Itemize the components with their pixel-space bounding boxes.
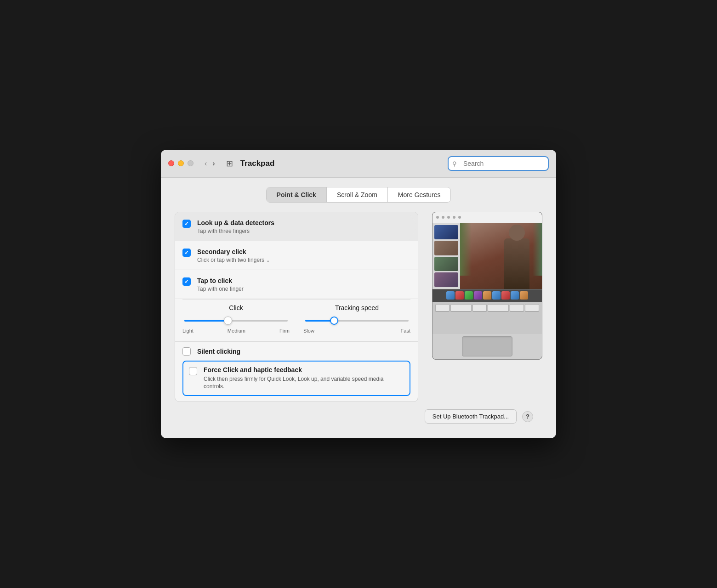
menu-dot-4: [453, 216, 455, 219]
content-area: Point & Click Scroll & Zoom More Gesture…: [161, 178, 556, 438]
nav-arrows: ‹ ›: [203, 158, 217, 169]
force-click-row: Force Click and haptic feedback Click th…: [189, 366, 404, 391]
tracking-speed-ticks: Slow Fast: [303, 328, 410, 334]
preview-photos: [432, 223, 542, 289]
preview-main-photo: [460, 223, 542, 289]
thumb-2: [434, 241, 458, 255]
dock-item-2: [455, 291, 464, 300]
key-command-right: [510, 304, 524, 311]
dock-item-6: [492, 291, 501, 300]
trackpad-surface: [462, 336, 512, 356]
tap-to-click-item: Tap to click Tap with one finger: [175, 270, 418, 299]
footer: Set Up Bluetooth Trackpad... ?: [175, 402, 542, 427]
click-slider-label: Click: [182, 304, 290, 311]
secondary-click-title: Secondary click: [197, 248, 270, 256]
tap-to-click-title: Tap to click: [197, 277, 244, 285]
person-figure: [504, 238, 529, 289]
menu-dot-5: [458, 216, 461, 219]
look-up-text: Look up & data detectors Tap with three …: [197, 219, 274, 234]
click-slider[interactable]: [182, 316, 290, 325]
thumb-4: [434, 272, 458, 287]
key-command-left: [472, 304, 487, 311]
tap-to-click-subtitle: Tap with one finger: [197, 286, 244, 292]
tab-point-click[interactable]: Point & Click: [267, 187, 327, 202]
tracking-speed-slider[interactable]: [303, 316, 410, 325]
preview-keyboard: [432, 302, 542, 334]
key-space-left: [450, 304, 472, 311]
dock-item-9: [520, 291, 528, 300]
force-click-description: Click then press firmly for Quick Look, …: [204, 375, 404, 391]
secondary-click-subtitle: Click or tap with two fingers ⌄: [197, 257, 270, 263]
secondary-click-checkbox[interactable]: [182, 249, 191, 257]
forward-button[interactable]: ›: [211, 158, 216, 169]
silent-clicking-checkbox[interactable]: [182, 347, 191, 356]
dock-item-4: [474, 291, 482, 300]
help-button[interactable]: ?: [522, 411, 533, 422]
grid-icon[interactable]: ⊞: [226, 158, 233, 169]
person-head: [509, 225, 525, 241]
click-light-label: Light: [182, 328, 193, 334]
sliders-row: Click Light Medium Firm: [175, 300, 418, 341]
tab-group: Point & Click Scroll & Zoom More Gesture…: [266, 187, 451, 203]
key-option-right: [525, 304, 539, 311]
chevron-down-icon: ⌄: [266, 258, 270, 263]
key-space-right: [488, 304, 509, 311]
tracking-speed-group: Tracking speed Slow Fast: [303, 304, 410, 334]
click-medium-label: Medium: [228, 328, 245, 334]
click-slider-ticks: Light Medium Firm: [182, 328, 290, 334]
tap-to-click-text: Tap to click Tap with one finger: [197, 277, 244, 292]
preview-sidebar: [432, 223, 460, 289]
force-click-checkbox[interactable]: [189, 367, 197, 375]
menu-dot-1: [436, 216, 439, 219]
menu-dot-2: [442, 216, 444, 219]
bluetooth-trackpad-button[interactable]: Set Up Bluetooth Trackpad...: [425, 409, 517, 424]
dock-item-8: [511, 291, 519, 300]
look-up-title: Look up & data detectors: [197, 219, 274, 227]
traffic-lights: [168, 160, 193, 166]
tab-more-gestures[interactable]: More Gestures: [388, 187, 451, 202]
search-input[interactable]: [448, 156, 549, 171]
preview-menubar: [432, 212, 542, 223]
plant-left: [460, 223, 472, 276]
tab-scroll-zoom[interactable]: Scroll & Zoom: [327, 187, 388, 202]
bottom-checkboxes: Silent clicking Force Click and haptic f…: [175, 341, 418, 401]
click-slider-group: Click Light Medium Firm: [182, 304, 290, 334]
look-up-checkbox[interactable]: [182, 220, 191, 228]
key-option-left: [435, 304, 450, 311]
look-up-item: Look up & data detectors Tap with three …: [175, 212, 418, 241]
search-box: ⚲: [448, 156, 549, 171]
maximize-button[interactable]: [188, 160, 193, 166]
system-preferences-window: ‹ › ⊞ Trackpad ⚲ Point & Click Scroll & …: [161, 150, 556, 438]
dock-item-3: [465, 291, 473, 300]
secondary-click-item: Secondary click Click or tap with two fi…: [175, 241, 418, 270]
force-click-item: Force Click and haptic feedback Click th…: [182, 361, 410, 396]
thumb-3: [434, 257, 458, 271]
tap-to-click-checkbox[interactable]: [182, 277, 191, 286]
settings-panel: Look up & data detectors Tap with three …: [175, 212, 418, 402]
thumb-1: [434, 225, 458, 240]
force-click-text: Force Click and haptic feedback Click th…: [204, 366, 404, 391]
silent-clicking-label: Silent clicking: [197, 347, 240, 356]
secondary-click-text: Secondary click Click or tap with two fi…: [197, 248, 270, 263]
menu-dot-3: [447, 216, 450, 219]
force-click-title: Force Click and haptic feedback: [204, 366, 404, 373]
titlebar: ‹ › ⊞ Trackpad ⚲: [161, 150, 556, 178]
search-icon: ⚲: [452, 160, 457, 167]
click-firm-label: Firm: [279, 328, 290, 334]
preview-trackpad: [432, 334, 542, 359]
close-button[interactable]: [168, 160, 174, 166]
look-up-subtitle: Tap with three fingers: [197, 228, 274, 234]
preview-image: [432, 212, 542, 360]
preview-dock: [432, 289, 542, 302]
minimize-button[interactable]: [178, 160, 184, 166]
silent-clicking-item: Silent clicking: [182, 347, 410, 356]
preview-inner: [432, 212, 542, 359]
preview-panel: [432, 212, 542, 402]
dock-item-5: [483, 291, 491, 300]
dock-item-7: [501, 291, 510, 300]
tracking-fast-label: Fast: [401, 328, 410, 334]
plant-right: [533, 223, 542, 276]
keyboard-row-1: [435, 304, 539, 311]
back-button[interactable]: ‹: [203, 158, 209, 169]
main-area: Look up & data detectors Tap with three …: [175, 212, 542, 402]
